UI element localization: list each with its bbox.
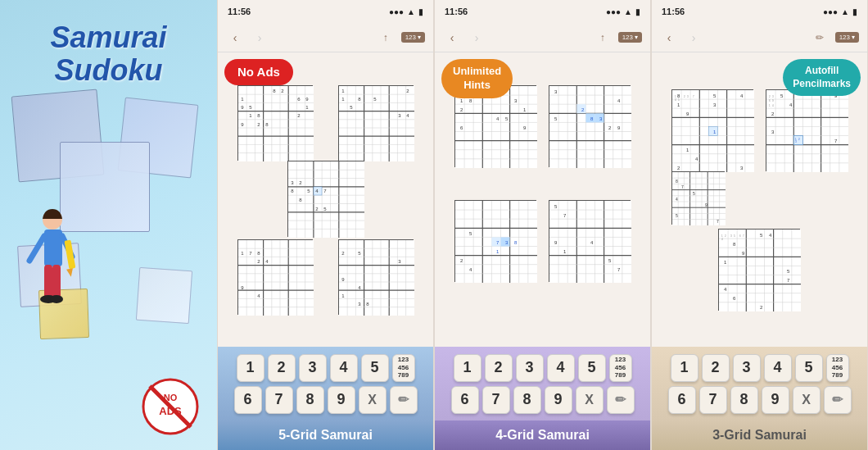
grid-tr-1: 1 2 1 8 5 5 3 4 [338,85,414,161]
num-8-btn[interactable]: 8 [296,386,324,414]
num-9-btn[interactable]: 9 [328,386,355,414]
num-3-btn[interactable]: 3 [299,354,327,382]
wifi-icon-2: ▲ [624,7,632,16]
num-4-btn[interactable]: 4 [330,354,358,382]
multi-num-btn-3[interactable]: 123456789 [826,354,849,382]
toolbar-1[interactable]: ‹ › ↑ 123 ▾ [218,23,433,52]
grid-extra-3: 8 7 5 4 9 5 7 [671,171,725,225]
wifi-icon-3: ▲ [841,7,849,16]
footer-1: 5-Grid Samurai [218,420,433,450]
page-nums-2: 123 [622,34,633,41]
num-6-btn[interactable]: 6 [234,386,262,414]
eraser-btn-3[interactable]: ✏ [824,386,852,414]
clear-btn-3[interactable]: X [793,386,821,414]
footer-label-3: 3-Grid Samurai [712,428,807,443]
num-7-btn[interactable]: 7 [265,386,293,414]
eraser-btn-1[interactable]: ✏ [390,386,418,414]
autofill-badge-text: Autofill Pencilmarks [793,65,851,89]
numpad-row1-1: 1 2 3 4 5 123456789 [237,354,415,382]
phone-panel-2: 11:56 ●●● ▲ ▮ ‹ › ↑ 123 ▾ Unlimited Hint… [434,0,651,450]
fwd-btn-1[interactable]: › [251,29,269,47]
num-3-btn-2[interactable]: 3 [516,354,544,382]
svg-rect-1 [44,230,62,266]
num-9-btn-2[interactable]: 9 [545,386,572,414]
share-btn-1[interactable]: ↑ [377,29,395,47]
page-indicator-2: 123 ▾ [618,32,642,43]
grid-tl-3: 12 45 23 7 8 5 4 1 3 9 1 1 4 2 3 [671,89,753,171]
svg-text:5: 5 [693,191,695,196]
status-bar-3: 11:56 ●●● ▲ ▮ [652,0,867,23]
back-btn-2[interactable]: ‹ [443,29,461,47]
num-8-btn-2[interactable]: 8 [513,386,541,414]
phone-panel-3: 11:56 ●●● ▲ ▮ ‹ › ✏ 123 ▾ Autofill Penci… [651,0,868,450]
num-1-btn[interactable]: 1 [237,354,264,382]
battery-icon-1: ▮ [418,7,423,16]
wifi-icon-1: ▲ [407,7,415,16]
num-1-btn-2[interactable]: 1 [454,354,481,382]
signal-icon-1: ●●● [389,7,404,16]
footer-3: 3-Grid Samurai [652,420,867,450]
num-3-btn-3[interactable]: 3 [733,354,761,382]
signal-icon-2: ●●● [606,7,621,16]
unlimited-hints-badge: Unlimited Hints [441,59,513,98]
num-2-btn-2[interactable]: 2 [485,354,513,382]
grid-bl-1: 1 7 8 2 4 9 4 [237,239,313,315]
page-indicator-3: 123 ▾ [835,32,859,43]
grid-br-2: 5 7 9 1 4 5 7 [549,200,631,282]
num-5-btn[interactable]: 5 [361,354,389,382]
person-figure [21,207,83,330]
num-2-btn-3[interactable]: 2 [702,354,730,382]
svg-rect-286 [766,90,848,172]
num-5-btn-2[interactable]: 5 [578,354,606,382]
clear-btn-1[interactable]: X [359,386,387,414]
share-btn-2[interactable]: ↑ [594,29,612,47]
grid-center-3: 12 4 35 67 5 4 8 9 1 5 7 4 6 2 [718,229,800,311]
toolbar-3[interactable]: ‹ › ✏ 123 ▾ [652,23,867,52]
toolbar-right-3: ✏ 123 ▾ [811,29,859,47]
grid-br-1: 2 5 3 9 4 1 3 8 [338,239,414,315]
page-nums-3: 123 [839,34,850,41]
battery-icon-2: ▮ [635,7,640,16]
toolbar-2[interactable]: ‹ › ↑ 123 ▾ [435,23,650,52]
num-2-btn[interactable]: 2 [268,354,296,382]
num-4-btn-2[interactable]: 4 [547,354,575,382]
autofill-badge: Autofill Pencilmarks [783,59,861,96]
svg-rect-6 [44,265,52,299]
back-btn-3[interactable]: ‹ [660,29,678,47]
status-bar-2: 11:56 ●●● ▲ ▮ [435,0,650,23]
fwd-btn-2[interactable]: › [468,29,486,47]
samurai-5-grid: 8 2 1 6 9 9 5 1 1 8 2 9 2 8 [237,85,414,315]
promo-panel: Samurai Sudoku [0,0,217,450]
no-ads-badge-text: No Ads [237,65,280,79]
eraser-btn-2[interactable]: ✏ [607,386,635,414]
multi-num-btn-2[interactable]: 123456789 [609,354,632,382]
num-6-btn-3[interactable]: 6 [668,386,696,414]
num-8-btn-3[interactable]: 8 [730,386,758,414]
num-6-btn-2[interactable]: 6 [451,386,479,414]
grid-center-1: 3 2 8 5 4 7 8 2 5 [287,161,364,237]
numpad-1: 1 2 3 4 5 123456789 6 7 8 9 X ✏ [218,347,433,420]
page-nums-1: 123 [405,34,416,41]
dropdown-arrow-2: ▾ [635,34,638,41]
unlimited-badge-text: Unlimited Hints [453,65,501,91]
num-9-btn-3[interactable]: 9 [762,386,789,414]
numpad-2: 1 2 3 4 5 123456789 6 7 8 9 X ✏ [435,347,650,420]
share-btn-3[interactable]: ✏ [811,29,829,47]
num-1-btn-3[interactable]: 1 [671,354,698,382]
fwd-btn-3[interactable]: › [685,29,703,47]
num-4-btn-3[interactable]: 4 [764,354,792,382]
footer-label-1: 5-Grid Samurai [278,428,373,443]
samurai-3-grid: 12 45 23 7 8 5 4 1 3 9 1 1 4 2 3 [671,89,848,311]
toolbar-left-1: ‹ › [226,29,269,47]
svg-text:4: 4 [676,197,678,202]
multi-num-btn-1[interactable]: 123456789 [392,354,415,382]
svg-text:8: 8 [676,179,678,184]
num-7-btn-3[interactable]: 7 [699,386,727,414]
clear-btn-2[interactable]: X [576,386,604,414]
numpad-row2-2: 6 7 8 9 X ✏ [451,386,635,414]
num-5-btn-3[interactable]: 5 [795,354,823,382]
page-indicator-1: 123 ▾ [401,32,425,43]
sudoku-area-3: Autofill Pencilmarks [652,52,867,347]
num-7-btn-2[interactable]: 7 [482,386,510,414]
back-btn-1[interactable]: ‹ [226,29,244,47]
